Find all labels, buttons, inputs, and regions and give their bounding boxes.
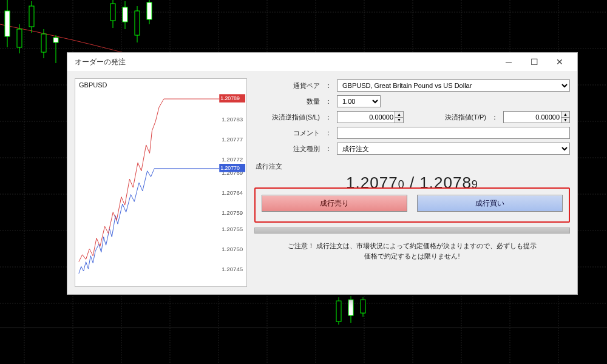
tp-spinner[interactable]: ▲▼	[561, 112, 569, 123]
svg-rect-28	[41, 34, 46, 52]
svg-text:1.20745: 1.20745	[222, 266, 243, 272]
svg-rect-30	[53, 38, 58, 42]
svg-text:1.20750: 1.20750	[222, 246, 243, 252]
svg-rect-44	[361, 300, 365, 313]
svg-rect-32	[110, 4, 115, 21]
sell-button[interactable]: 成行売り	[262, 195, 407, 212]
minimize-button[interactable]: ─	[496, 53, 521, 70]
comment-input[interactable]	[337, 127, 570, 139]
svg-rect-34	[123, 7, 127, 22]
trade-button-row: 成行売り 成行買い	[254, 187, 570, 223]
order-type-select[interactable]: 成行注文	[337, 143, 570, 155]
tick-chart-panel: GBPUSD 1.20788 1.20783 1.20777 1.20772 1…	[75, 78, 247, 287]
titlebar[interactable]: オーダーの発注 ─ ☐ ✕	[67, 53, 577, 71]
svg-rect-26	[29, 6, 34, 27]
svg-rect-36	[135, 11, 140, 35]
svg-text:1.20755: 1.20755	[222, 226, 243, 232]
pair-select[interactable]: GBPUSD, Great Britain Pound vs US Dollar	[337, 79, 570, 92]
svg-text:1.20772: 1.20772	[222, 156, 243, 163]
svg-rect-40	[336, 301, 341, 322]
svg-rect-38	[147, 2, 152, 19]
svg-text:1.20764: 1.20764	[222, 189, 243, 196]
svg-text:1.20783: 1.20783	[222, 116, 243, 123]
order-dialog: オーダーの発注 ─ ☐ ✕ GBPUSD 1.20788 1.20783 1.2…	[67, 52, 578, 295]
maximize-button[interactable]: ☐	[521, 53, 547, 70]
dialog-title: オーダーの発注	[75, 57, 496, 67]
sl-spinner[interactable]: ▲▼	[395, 112, 403, 123]
qty-select[interactable]: 1.00	[337, 95, 381, 107]
sl-label: 決済逆指値(S/L)	[254, 113, 320, 122]
svg-text:1.20789: 1.20789	[220, 95, 240, 101]
market-section-label: 成行注文	[256, 162, 570, 171]
svg-text:1.20770: 1.20770	[220, 165, 240, 171]
close-button[interactable]: ✕	[547, 53, 572, 70]
svg-text:1.20777: 1.20777	[222, 136, 243, 143]
svg-rect-22	[5, 11, 10, 36]
pair-label: 通貨ペア	[254, 81, 320, 90]
comment-label: コメント	[254, 129, 320, 138]
sl-input[interactable]	[337, 111, 404, 123]
svg-rect-24	[17, 29, 22, 47]
order-form: 通貨ペア ： GBPUSD, Great Britain Pound vs US…	[254, 78, 570, 287]
qty-label: 数量	[254, 97, 320, 106]
tp-input[interactable]	[503, 111, 570, 123]
svg-rect-42	[348, 300, 353, 315]
type-label: 注文種別	[254, 144, 320, 153]
disclaimer-text: ご注意！ 成行注文は、市場状況によって約定価格が決まりますので、必ずしも提示 価…	[254, 241, 570, 261]
tp-label: 決済指値(T/P)	[421, 113, 486, 122]
progress-bar	[254, 228, 570, 234]
buy-button[interactable]: 成行買い	[417, 195, 563, 212]
svg-text:1.20759: 1.20759	[222, 209, 243, 216]
